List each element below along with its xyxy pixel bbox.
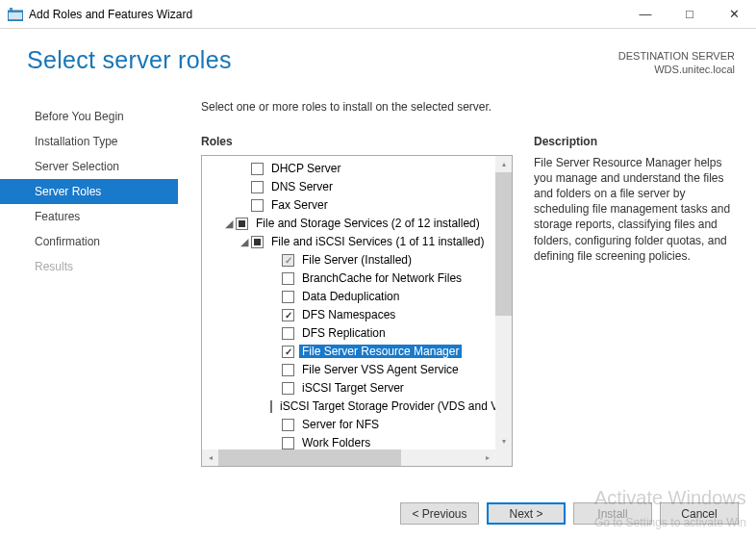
tree-node-label[interactable]: File Server (Installed) [299,253,415,267]
checkbox[interactable] [282,291,294,303]
maximize-button[interactable]: □ [668,0,712,29]
tree-node[interactable]: iSCSI Target Server [202,379,512,398]
checkbox[interactable] [282,419,294,431]
install-button: Install [573,502,652,525]
checkbox[interactable] [251,163,264,175]
tree-node-label[interactable]: DFS Replication [299,326,389,340]
scroll-right-icon[interactable]: ▸ [479,449,495,466]
previous-button[interactable]: < Previous [400,502,479,525]
scroll-down-icon[interactable]: ▾ [495,433,512,449]
vertical-scrollbar[interactable]: ▴ ▾ [495,156,512,449]
vertical-scroll-thumb[interactable] [495,172,512,316]
horizontal-scrollbar[interactable]: ◂ ▸ [202,449,495,466]
checkbox[interactable] [282,437,294,449]
tree-node-label[interactable]: File Server Resource Manager [299,345,462,358]
checkbox[interactable] [251,199,264,212]
roles-tree: DHCP ServerDNS ServerFax Server◢File and… [201,155,513,467]
tree-node[interactable]: ◢File and iSCSI Services (1 of 11 instal… [202,233,512,251]
tree-node[interactable]: DNS Server [202,178,512,196]
minimize-button[interactable]: — [623,0,668,29]
wizard-icon [8,8,23,21]
tree-node-label[interactable]: Data Deduplication [299,290,402,303]
description-label: Description [534,135,737,148]
checkbox [282,254,294,267]
roles-label: Roles [201,135,513,148]
tree-node[interactable]: Data Deduplication [202,288,512,306]
svg-rect-2 [9,13,22,19]
wizard-nav: Before You BeginInstallation TypeServer … [0,87,178,486]
tree-node-label[interactable]: DNS Server [268,180,336,193]
expand-icon[interactable]: ◢ [239,236,250,248]
titlebar-title: Add Roles and Features Wizard [29,8,623,21]
checkbox[interactable] [251,236,264,248]
tree-node-label[interactable]: Server for NFS [299,418,382,431]
tree-node[interactable]: DFS Namespaces [202,306,512,324]
tree-node[interactable]: ◢File and Storage Services (2 of 12 inst… [202,215,512,233]
checkbox[interactable] [282,309,294,321]
tree-node-label[interactable]: File and iSCSI Services (1 of 11 install… [268,235,487,248]
tree-node-label[interactable]: BranchCache for Network Files [299,271,465,285]
tree-node[interactable]: Server for NFS [202,416,512,434]
tree-node[interactable]: File Server (Installed) [202,251,512,270]
checkbox[interactable] [251,181,264,193]
tree-node-label[interactable]: DHCP Server [268,162,343,175]
expand-icon[interactable]: ◢ [223,218,235,230]
tree-node-label[interactable]: DFS Namespaces [299,308,398,321]
destination-value: WDS.unitec.local [618,63,735,76]
next-button[interactable]: Next > [487,502,566,525]
nav-item-before-you-begin[interactable]: Before You Begin [0,104,178,129]
close-button[interactable]: ✕ [712,0,756,29]
tree-node[interactable]: DFS Replication [202,324,512,343]
tree-node-label[interactable]: File and Storage Services (2 of 12 insta… [253,217,483,230]
tree-node[interactable]: DHCP Server [202,160,512,178]
tree-node[interactable]: File Server Resource Manager [202,343,512,361]
titlebar: Add Roles and Features Wizard — □ ✕ [0,0,756,29]
nav-item-server-selection[interactable]: Server Selection [0,154,178,179]
checkbox[interactable] [236,218,248,230]
scroll-up-icon[interactable]: ▴ [495,156,512,172]
tree-node-label[interactable]: iSCSI Target Storage Provider (VDS and V… [277,399,512,413]
footer: < Previous Next > Install Cancel [0,486,756,539]
nav-item-features[interactable]: Features [0,204,178,229]
nav-item-results: Results [0,254,178,279]
tree-node[interactable]: File Server VSS Agent Service [202,361,512,379]
tree-node-label[interactable]: Work Folders [299,436,373,449]
tree-node-label[interactable]: File Server VSS Agent Service [299,363,462,376]
instruction-text: Select one or more roles to install on t… [201,100,737,114]
horizontal-scroll-thumb[interactable] [218,449,401,466]
nav-item-server-roles[interactable]: Server Roles [0,179,178,204]
checkbox[interactable] [282,364,294,376]
nav-item-installation-type[interactable]: Installation Type [0,129,178,154]
tree-node[interactable]: Fax Server [202,196,512,215]
scroll-left-icon[interactable]: ◂ [202,449,218,466]
svg-rect-1 [10,8,13,11]
nav-item-confirmation[interactable]: Confirmation [0,229,178,254]
checkbox[interactable] [282,382,294,395]
tree-node[interactable]: iSCSI Target Storage Provider (VDS and V… [202,398,512,416]
tree-node-label[interactable]: iSCSI Target Server [299,381,407,395]
page-title: Select server roles [27,46,618,77]
checkbox[interactable] [270,400,272,413]
checkbox[interactable] [282,272,294,285]
description-text: File Server Resource Manager helps you m… [534,155,737,264]
checkbox[interactable] [282,327,294,340]
checkbox[interactable] [282,346,294,358]
destination-info: DESTINATION SERVER WDS.unitec.local [618,49,735,77]
tree-node[interactable]: BranchCache for Network Files [202,270,512,288]
cancel-button[interactable]: Cancel [660,502,739,525]
scrollbar-corner [495,449,512,466]
tree-node-label[interactable]: Fax Server [268,198,331,212]
destination-label: DESTINATION SERVER [618,49,735,63]
header: Select server roles DESTINATION SERVER W… [0,29,756,87]
